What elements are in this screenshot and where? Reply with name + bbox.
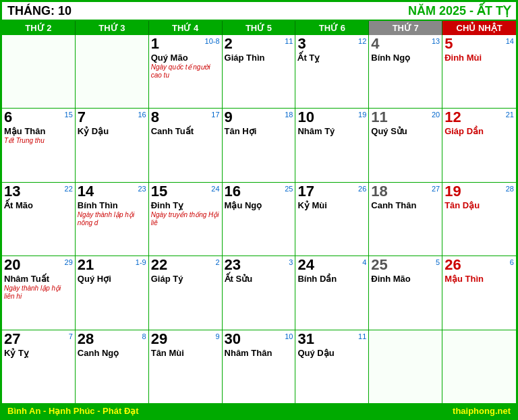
lunar-name: Kỷ Tỵ bbox=[4, 348, 73, 358]
calendar-cell: 3010Nhâm Thân bbox=[223, 330, 296, 404]
day-header-thứ-5: THỨ 5 bbox=[223, 21, 296, 35]
day-header-thứ-4: THỨ 4 bbox=[149, 21, 223, 35]
calendar-cell: 1221Giáp Dần bbox=[442, 109, 516, 182]
solar-day: 18 bbox=[371, 184, 387, 199]
lunar-day: 10-8 bbox=[205, 38, 220, 45]
calendar-cell: 918Tân Hợi bbox=[223, 109, 296, 182]
lunar-name: Đinh Tỵ bbox=[151, 200, 220, 210]
lunar-day: 11 bbox=[285, 38, 293, 45]
lunar-day: 29 bbox=[65, 259, 73, 266]
calendar-cell bbox=[442, 330, 516, 404]
calendar-cell bbox=[369, 330, 442, 404]
event-text: Ngày thành lập hội nông d bbox=[78, 211, 146, 227]
calendar-cell: 255Đinh Mão bbox=[369, 256, 442, 330]
lunar-name: Nhâm Thân bbox=[225, 348, 293, 358]
lunar-name: Bính Dần bbox=[297, 274, 366, 284]
event-text: Ngày thành lập hội liên hi bbox=[4, 284, 73, 301]
calendar-cell bbox=[76, 35, 149, 109]
event-text: Ngày truyền thống Hội liê bbox=[151, 211, 220, 227]
lunar-day: 17 bbox=[211, 111, 219, 119]
calendar-cell: 413Bính Ngọ bbox=[369, 35, 442, 109]
solar-day: 5 bbox=[444, 36, 453, 51]
calendar-cell: 1928Tân Dậu bbox=[442, 183, 516, 256]
calendar-cell: 110-8Quý MãoNgày quốc tế người cao tu bbox=[149, 35, 223, 109]
calendar-cell: 299Tân Mùi bbox=[149, 330, 223, 404]
lunar-day: 15 bbox=[65, 111, 73, 119]
lunar-name: Tân Hợi bbox=[225, 126, 293, 136]
year-label: NĂM 2025 - ẤT TỴ bbox=[408, 3, 511, 18]
month-label: THÁNG: 10 bbox=[7, 4, 71, 18]
solar-day: 4 bbox=[371, 36, 379, 51]
footer: Bình An - Hạnh Phúc - Phát Đạt thaiphong… bbox=[2, 404, 516, 418]
solar-day: 9 bbox=[225, 110, 233, 125]
calendar-cell: 288Canh Ngọ bbox=[76, 330, 149, 404]
lunar-day: 8 bbox=[142, 333, 146, 340]
solar-day: 22 bbox=[151, 258, 167, 272]
lunar-day: 19 bbox=[358, 111, 366, 119]
solar-day: 23 bbox=[225, 258, 241, 272]
calendar-cell: 222Giáp Tý bbox=[149, 256, 223, 330]
lunar-name: Canh Thân bbox=[371, 200, 440, 210]
lunar-day: 26 bbox=[358, 185, 366, 193]
calendar-cell: 1423Bính ThìnNgày thành lập hội nông d bbox=[76, 183, 149, 256]
calendar-cell bbox=[2, 35, 76, 109]
calendar-cell: 233Ất Sửu bbox=[223, 256, 296, 330]
calendar-cell: 3111Quý Dậu bbox=[295, 330, 369, 404]
days-header: THỨ 2THỨ 3THỨ 4THỨ 5THỨ 6THỨ 7CHỦ NHẬT bbox=[2, 21, 516, 35]
lunar-name: Canh Tuất bbox=[151, 126, 220, 136]
solar-day: 30 bbox=[225, 332, 241, 347]
calendar-cell: 1625Mậu Ngọ bbox=[223, 183, 296, 256]
lunar-day: 23 bbox=[138, 185, 146, 193]
lunar-day: 2 bbox=[215, 259, 219, 266]
solar-day: 15 bbox=[151, 184, 167, 199]
lunar-day: 28 bbox=[506, 185, 514, 193]
lunar-name: Nhâm Tuất bbox=[4, 274, 73, 284]
lunar-day: 14 bbox=[506, 38, 514, 45]
solar-day: 31 bbox=[297, 332, 314, 347]
solar-day: 14 bbox=[78, 184, 94, 199]
lunar-day: 1-9 bbox=[136, 259, 146, 266]
solar-day: 17 bbox=[297, 184, 314, 199]
lunar-name: Giáp Dần bbox=[444, 126, 514, 136]
calendar-cell: 615Mậu ThânTết Trung thu bbox=[2, 109, 76, 182]
lunar-name: Mậu Thìn bbox=[444, 274, 514, 284]
lunar-day: 4 bbox=[362, 259, 366, 266]
calendar-cell: 817Canh Tuất bbox=[149, 109, 223, 182]
lunar-name: Quý Mão bbox=[151, 53, 220, 63]
lunar-name: Quý Hợi bbox=[78, 274, 146, 284]
lunar-day: 20 bbox=[432, 111, 440, 119]
calendar-cell: 211Giáp Thìn bbox=[223, 35, 296, 109]
solar-day: 29 bbox=[151, 332, 167, 347]
lunar-day: 12 bbox=[358, 38, 366, 45]
lunar-name: Ất Tỵ bbox=[297, 53, 366, 63]
lunar-day: 5 bbox=[436, 259, 440, 266]
lunar-day: 18 bbox=[285, 111, 293, 119]
calendar-cell: 211-9Quý Hợi bbox=[76, 256, 149, 330]
calendar-cell: 1120Quý Sửu bbox=[369, 109, 442, 182]
lunar-name: Đinh Mùi bbox=[444, 53, 514, 63]
solar-day: 8 bbox=[151, 110, 159, 125]
footer-left: Bình An - Hạnh Phúc - Phát Đạt bbox=[7, 406, 139, 416]
solar-day: 10 bbox=[297, 110, 314, 125]
lunar-name: Quý Sửu bbox=[371, 126, 440, 136]
lunar-day: 6 bbox=[510, 259, 514, 266]
solar-day: 27 bbox=[4, 332, 20, 347]
solar-day: 24 bbox=[297, 258, 314, 272]
lunar-name: Mậu Ngọ bbox=[225, 200, 293, 210]
solar-day: 3 bbox=[297, 36, 306, 51]
solar-day: 2 bbox=[225, 36, 233, 51]
event-text: Ngày quốc tế người cao tu bbox=[151, 63, 220, 80]
calendar-cell: 1524Đinh TỵNgày truyền thống Hội liê bbox=[149, 183, 223, 256]
day-header-thứ-3: THỨ 3 bbox=[76, 21, 149, 35]
lunar-name: Canh Ngọ bbox=[78, 348, 146, 358]
solar-day: 26 bbox=[444, 258, 461, 272]
solar-day: 1 bbox=[151, 36, 159, 51]
solar-day: 21 bbox=[78, 258, 94, 272]
lunar-day: 24 bbox=[211, 185, 219, 193]
solar-day: 20 bbox=[4, 258, 20, 272]
event-text: Tết Trung thu bbox=[4, 137, 73, 145]
lunar-day: 16 bbox=[138, 111, 146, 119]
day-header-thứ-7: THỨ 7 bbox=[369, 21, 442, 35]
lunar-name: Giáp Tý bbox=[151, 274, 220, 284]
lunar-name: Tân Dậu bbox=[444, 200, 514, 210]
